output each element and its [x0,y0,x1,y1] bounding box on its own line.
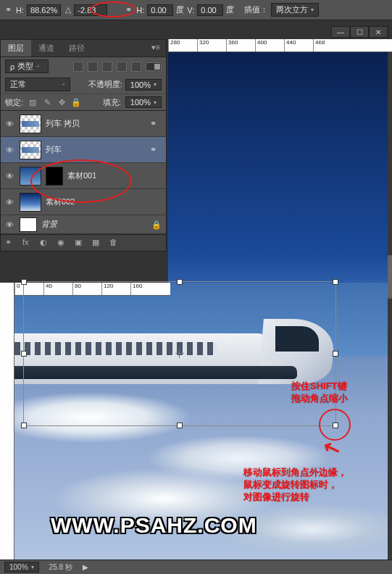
group-icon[interactable]: ▣ [75,238,85,248]
interp-value: 两次立方 [276,4,308,15]
filter-adjust-icon[interactable] [88,62,98,72]
opacity-value: 100% [130,80,151,89]
new-layer-icon[interactable]: ▦ [92,238,102,248]
layer-name[interactable]: 列车 [46,144,146,155]
filter-icons [73,62,162,72]
filter-shape-icon[interactable] [117,62,127,72]
status-bar: 100% ▾ 25.8 秒 ▶ [0,560,392,574]
filter-smart-icon[interactable] [131,62,141,72]
fill-value: 100% [130,98,151,107]
layer-filter-row: ρ 类型 ÷ [1,57,166,75]
visibility-icon[interactable]: 👁 [4,118,15,130]
anno-line: 对图像进行旋转 [243,491,347,504]
blend-mode-value: 正常 [10,79,26,90]
close-button[interactable]: ✕ [369,26,388,38]
anno-line: 按住SHIFT键 [291,380,348,393]
adjustment-icon[interactable]: ◉ [57,238,67,248]
annotation-text-rotate: 移动鼠标到角点外边缘， 鼠标变成旋转图标时， 对图像进行旋转 [243,467,347,504]
zoom-level[interactable]: 100% ▾ [4,562,39,573]
v-label: V: [187,6,194,14]
h-skew-input[interactable]: 0.00 [147,4,173,16]
h2-unit: 度 [176,4,184,15]
lock-position-icon[interactable]: ✥ [57,97,67,107]
blend-mode-dropdown[interactable]: 正常 ÷ [5,78,70,91]
fill-input[interactable]: 100% ▾ [125,96,162,108]
options-bar: ⚭ H: 88.62% △ -2.83 ⚭ H: 0.00 度 V: 0.00 … [0,0,392,20]
opacity-input[interactable]: 100% ▾ [125,79,162,91]
interp-dropdown[interactable]: 两次立方 ▾ [271,3,319,17]
tab-channels[interactable]: 通道 [31,40,62,57]
annotation-circle-layers [30,159,132,203]
v-skew-input[interactable]: 0.00 [197,4,223,16]
layer-thumb[interactable] [20,141,41,159]
layer-name[interactable]: 背景 [41,219,147,230]
layer-item[interactable]: 👁 列车 拷贝 ⚭ [1,111,166,137]
kind-dropdown[interactable]: ρ 类型 ÷ [5,59,49,73]
ruler-tick: 40 [43,283,72,295]
ruler-horizontal-lower[interactable]: 0 40 80 120 160 [14,283,170,296]
link-icon[interactable]: ⚭ [3,5,13,15]
layer-item[interactable]: 👁 背景 🔒 [1,215,166,234]
filter-toggle[interactable] [146,62,162,71]
fx-icon[interactable]: fx [22,238,33,248]
ruler-tick: 320 [197,39,226,51]
ruler-tick: 160 [130,283,159,295]
filter-pixel-icon[interactable] [73,62,83,72]
anno-line: 拖动角点缩小 [291,393,348,405]
chevron-down-icon: ÷ [62,81,65,88]
ruler-tick: 120 [101,283,130,295]
vertical-scrollbar[interactable] [388,52,392,560]
lock-transparent-icon[interactable]: ▨ [28,97,38,107]
ruler-tick: 440 [284,39,313,51]
ruler-tick: 280 [168,39,197,51]
ruler-vertical[interactable] [0,283,14,560]
ruler-tick: 80 [72,283,101,295]
chevron-down-icon: ▾ [311,7,314,13]
lock-fill-row: 锁定: ▨ ✎ ✥ 🔒 填充: 100% ▾ [1,93,166,110]
ruler-tick: 360 [226,39,255,51]
link-layers-icon[interactable]: ⚭ [5,238,15,248]
lock-label: 锁定: [5,97,23,108]
delete-icon[interactable]: 🗑 [109,238,120,248]
mask-icon[interactable]: ◐ [40,238,50,248]
tab-layers[interactable]: 图层 [1,40,31,57]
layer-name[interactable]: 列车 拷贝 [46,118,146,129]
opacity-label: 不透明度: [88,79,122,90]
visibility-icon[interactable]: 👁 [4,170,15,182]
zoom-value: 100% [9,563,28,571]
lock-pixels-icon[interactable]: ✎ [42,97,52,107]
layer-thumb[interactable] [20,115,41,133]
visibility-icon[interactable]: 👁 [4,219,15,230]
link-icon[interactable]: ⚭ [150,145,160,155]
link-icon[interactable]: ⚭ [150,119,160,129]
layer-thumb[interactable] [20,217,37,232]
interp-label: 插值： [244,4,268,15]
minimize-button[interactable]: — [331,26,350,38]
annotation-circle-angle [90,1,136,17]
status-caret-icon[interactable]: ▶ [83,563,88,571]
anno-line: 鼠标变成旋转图标时， [243,479,347,491]
lock-all-icon[interactable]: 🔒 [71,97,81,107]
status-time: 25.8 秒 [49,562,72,573]
maximize-button[interactable]: ☐ [350,26,369,38]
scrollbar-thumb[interactable] [388,255,392,299]
ruler-horizontal[interactable]: 280 320 360 400 440 468 [168,39,392,52]
chevron-down-icon: ▾ [154,99,157,106]
visibility-icon[interactable]: 👁 [4,196,15,208]
layer-thumb[interactable] [20,193,41,212]
train-image [14,304,312,413]
h-scale-label: H: [16,6,24,14]
tab-paths[interactable]: 路径 [62,40,92,57]
fill-label: 填充: [103,97,121,108]
h2-label: H: [136,6,144,14]
panel-menu-icon[interactable]: ▾≡ [146,40,166,57]
h-scale-input[interactable]: 88.62% [27,4,61,16]
filter-type-icon[interactable] [102,62,112,72]
lock-icon: 🔒 [151,220,160,229]
ruler-tick: 0 [14,283,43,295]
chevron-down-icon: ÷ [36,63,39,70]
v-unit: 度 [226,4,234,15]
visibility-icon[interactable]: 👁 [4,144,15,156]
angle-icon: △ [65,5,71,14]
chevron-down-icon: ▾ [31,564,34,570]
